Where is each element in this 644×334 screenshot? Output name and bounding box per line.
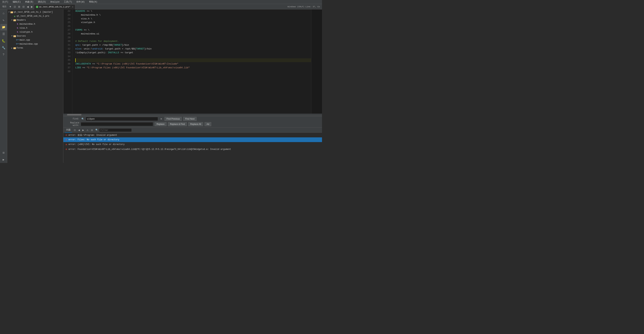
tree-pro-file[interactable]: ▣ qt_test_GPIB_usb_hs_1.pro — [7, 14, 63, 18]
tab-bar: 项目 ▼ ⊡ ⊞ ⊟ ◀ ▶ qt_test_GPIB_usb_hs_1.pro… — [0, 4, 322, 10]
issue-item-3[interactable]: ⊘ error: Foundation\VISA\WinNT\Lib_x64\m… — [63, 147, 322, 151]
mainwindow-h-label: mainwindow.h — [20, 23, 35, 25]
nav-right-button[interactable]: ▶ — [30, 5, 34, 9]
mainwindow-cpp-label: mainwindow.cpp — [20, 43, 38, 45]
issues-next-icon[interactable]: ▶ — [82, 128, 85, 132]
headers-folder-label: Headers — [17, 19, 26, 21]
nav-filter-button[interactable]: ⊡ — [13, 5, 17, 9]
sidebar-debug-icon[interactable]: 🐛 — [0, 38, 7, 44]
tab-close-button[interactable]: ✕ — [72, 6, 73, 8]
tree-mainwindow-cpp[interactable]: C++ mainwindow.cpp — [7, 42, 63, 46]
tree-forms-folder[interactable]: ▶ Forms — [7, 46, 63, 50]
svg-rect-8 — [14, 47, 14, 48]
replace-input[interactable] — [81, 122, 153, 126]
nav-sync-button[interactable]: ⊞ — [17, 5, 21, 9]
scrollbar-thumb[interactable] — [67, 114, 82, 115]
tree-main-cpp[interactable]: C++ main.cpp — [7, 38, 63, 42]
issue-text-2: error: (x86)\IVI: No such file or direct… — [68, 143, 124, 146]
forms-folder-icon — [14, 47, 16, 49]
tree-headers-folder[interactable]: ▼ Headers — [7, 18, 63, 22]
menu-analyze[interactable]: Analyze — [50, 0, 60, 4]
svg-rect-3 — [14, 19, 14, 20]
find-next-button[interactable]: Find Next — [183, 117, 196, 121]
issues-filter-toggle-icon[interactable]: ⊟ — [90, 128, 94, 132]
horizontal-scrollbar[interactable] — [63, 114, 322, 116]
minimap — [311, 10, 322, 114]
sources-folder-icon: C — [14, 35, 16, 37]
issues-sync-icon[interactable]: ⊡ — [73, 128, 76, 132]
menu-help[interactable]: 帮助(H) — [88, 0, 98, 4]
pro-file-icon: ▣ — [14, 15, 16, 17]
tree-mainwindow-h[interactable]: h mainwindow.h — [7, 22, 63, 26]
find-input[interactable] — [86, 117, 158, 121]
sidebar-tools-icon[interactable]: 🔧 — [0, 45, 7, 51]
sidebar-help-icon[interactable]: ? — [0, 52, 7, 58]
nav-prev-button[interactable]: ▼ — [8, 5, 13, 9]
issues-warning-icon[interactable]: ⚠ — [86, 128, 89, 132]
icon-bar: ⌂ ✎ 📁 ☰ 🐛 🔧 ? ⊡ ▶ — [0, 10, 7, 163]
line-numbers: 22 23 24 25 26 27 28 29 30 31 32 33 34 3… — [63, 10, 72, 114]
issues-prev-icon[interactable]: ◀ — [78, 128, 80, 132]
menu-controls[interactable]: 控件(W) — [76, 0, 86, 4]
editor-area[interactable]: 22 23 24 25 26 27 28 29 30 31 32 33 34 3… — [63, 10, 322, 116]
pro-file-label: qt_test_GPIB_usb_hs_1.pro — [17, 15, 49, 17]
replace-all-button[interactable]: Replace All — [188, 122, 203, 126]
issues-panel: 问题 ⊡ ◀ ▶ ⚠ ⊟ 🔍 ⊘ error: 欲温:\Program: Inv… — [63, 128, 322, 163]
tree-visatype-h[interactable]: h visatype.h — [7, 30, 63, 34]
cpp2-file-icon: C++ — [16, 43, 19, 45]
find-previous-button[interactable]: Find Previous — [164, 117, 182, 121]
code-content[interactable]: HEADERS += \ mainwindow.h \ visa.h \ vis… — [72, 10, 311, 114]
pro-arrow-spacer — [11, 15, 13, 17]
tree-visa-h[interactable]: h visa.h — [7, 26, 63, 30]
visatype-h-label: visatype.h — [20, 31, 32, 33]
additional-button[interactable]: Ad — [204, 122, 211, 126]
bottom-panel: Find: 🔍 ✕ Find Previous Find Next Replac… — [63, 116, 322, 163]
tab-pro-icon — [36, 6, 38, 8]
forms-folder-label: Forms — [17, 47, 23, 49]
sidebar-edit-icon[interactable]: ✎ — [0, 17, 7, 24]
issue-item-1[interactable]: ⊘ error: Files: No such file or director… — [63, 137, 322, 142]
sidebar-debug2-icon[interactable]: ⊡ — [0, 149, 7, 156]
issue-item-2[interactable]: ⊘ error: (x86)\IVI: No such file or dire… — [63, 142, 322, 147]
issue-item-0[interactable]: ⊘ error: 欲温:\Program: Invalid argument — [63, 133, 322, 137]
sidebar-bookmark-icon[interactable]: ☰ — [0, 31, 7, 37]
sources-arrow-icon: ▼ — [11, 35, 13, 37]
headers-arrow-icon: ▼ — [11, 19, 13, 21]
issues-toolbar: 问题 ⊡ ◀ ▶ ⚠ ⊟ 🔍 — [63, 128, 322, 133]
tree-root[interactable]: ▼ qt_test_GPIB_usb_hs_1 [master] — [7, 10, 63, 14]
replace-row: Replace with: Replace Replace & Find Rep… — [65, 122, 320, 127]
issues-filter-input[interactable] — [99, 128, 132, 132]
h2-file-icon: h — [16, 27, 19, 29]
headers-folder-icon — [14, 19, 16, 21]
menu-build[interactable]: 构建(B) — [24, 0, 34, 4]
sidebar-bottom-icon[interactable]: ▶ — [0, 156, 7, 163]
issue-error-icon-1: ⊘ — [66, 138, 67, 141]
menu-tools[interactable]: 工具(T) — [63, 0, 73, 4]
menu-edit[interactable]: 编辑(E) — [12, 0, 22, 4]
tree-panel: ▼ qt_test_GPIB_usb_hs_1 [master] ▣ qt_te… — [7, 10, 63, 163]
tab-right-info: Windows (CRLF) Line: 37, Co — [288, 6, 322, 8]
nav-left-button[interactable]: ◀ — [26, 5, 30, 9]
visa-h-label: visa.h — [20, 27, 27, 29]
issue-text-1: error: Files: No such file or directory — [68, 138, 119, 141]
sources-folder-label: Sources — [17, 35, 26, 37]
issues-list: ⊘ error: 欲温:\Program: Invalid argument ⊘… — [63, 133, 322, 163]
tree-sources-folder[interactable]: ▼ C Sources — [7, 34, 63, 38]
active-tab[interactable]: qt_test_GPIB_usb_hs_1.pro* ✕ — [34, 4, 75, 10]
sidebar-project-icon[interactable]: 📁 — [0, 24, 7, 31]
cpp1-arrow-spacer — [14, 39, 16, 41]
cpp2-arrow-spacer — [14, 43, 16, 45]
replace-find-button[interactable]: Replace & Find — [168, 122, 187, 126]
find-search-icon: 🔍 — [82, 118, 84, 120]
nav-wrap-button[interactable]: ⊟ — [21, 5, 26, 9]
issues-search-icon: 🔍 — [96, 129, 98, 131]
menu-file[interactable]: 文(F) — [2, 0, 9, 4]
h3-file-icon: h — [16, 31, 19, 33]
menu-debug[interactable]: 调试(D) — [37, 0, 47, 4]
replace-button[interactable]: Replace — [154, 122, 166, 126]
sidebar-welcome-icon[interactable]: ⌂ — [0, 10, 7, 17]
h1-file-icon: h — [16, 23, 19, 25]
main-layout: ⌂ ✎ 📁 ☰ 🐛 🔧 ? ⊡ ▶ ▼ qt_test_GPIB_usb_hs_… — [0, 10, 322, 163]
issues-tab[interactable]: 问题 — [65, 128, 72, 133]
find-clear-button[interactable]: ✕ — [160, 117, 163, 120]
